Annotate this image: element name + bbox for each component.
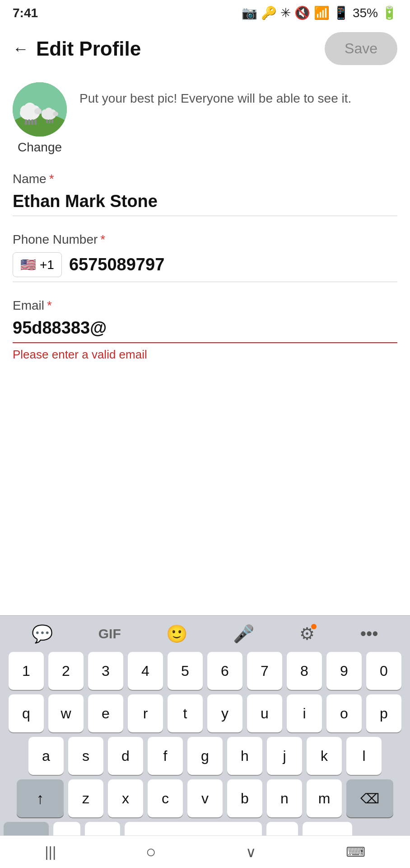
key-0[interactable]: 0 <box>366 652 401 690</box>
change-label[interactable]: Change <box>18 140 62 155</box>
email-error: Please enter a valid email <box>13 348 397 362</box>
phone-label: Phone Number * <box>13 232 397 247</box>
avatar-wrapper: Change <box>13 82 67 155</box>
back-button[interactable]: ← <box>13 39 29 58</box>
key-v[interactable]: v <box>187 779 223 817</box>
battery-text: 35% <box>353 6 378 20</box>
svg-rect-9 <box>31 119 33 125</box>
name-field-group: Name * Ethan Mark Stone <box>13 172 397 216</box>
key-h[interactable]: h <box>227 737 262 775</box>
key-1[interactable]: 1 <box>9 652 44 690</box>
nav-back[interactable]: ||| <box>45 844 56 860</box>
country-selector[interactable]: 🇺🇸 +1 <box>13 252 62 277</box>
key-3[interactable]: 3 <box>88 652 123 690</box>
key-l[interactable]: l <box>346 737 382 775</box>
key-4[interactable]: 4 <box>128 652 163 690</box>
key-y[interactable]: y <box>207 694 242 732</box>
key-p[interactable]: p <box>366 694 401 732</box>
key-u[interactable]: u <box>247 694 282 732</box>
mute-icon: 🔇 <box>294 5 310 20</box>
key-a[interactable]: a <box>28 737 64 775</box>
key-e[interactable]: e <box>88 694 123 732</box>
mic-icon[interactable]: 🎤 <box>233 624 254 644</box>
key-s[interactable]: s <box>68 737 103 775</box>
bluetooth-icon: ✳ <box>280 5 291 20</box>
status-icons: 📷 🔑 ✳ 🔇 📶 📱 35% 🔋 <box>242 5 397 20</box>
camera-icon: 📷 <box>242 5 257 20</box>
notification-dot <box>311 624 317 629</box>
svg-point-1 <box>13 114 67 137</box>
key-g[interactable]: g <box>187 737 223 775</box>
gif-button[interactable]: GIF <box>98 626 121 642</box>
svg-rect-7 <box>25 119 27 125</box>
svg-rect-16 <box>46 119 48 123</box>
key-x[interactable]: x <box>108 779 143 817</box>
name-value[interactable]: Ethan Mark Stone <box>13 192 397 216</box>
key-c[interactable]: c <box>148 779 183 817</box>
email-required: * <box>47 298 52 313</box>
emoji-icon[interactable]: 🙂 <box>166 624 187 644</box>
number-row: 1 2 3 4 5 6 7 8 9 0 <box>4 652 406 690</box>
key-2[interactable]: 2 <box>48 652 84 690</box>
country-code: +1 <box>40 258 54 272</box>
backspace-key[interactable]: ⌫ <box>346 779 393 817</box>
nav-bar: ||| ○ ∨ ⌨ <box>0 835 410 868</box>
key-i[interactable]: i <box>287 694 322 732</box>
wifi-icon: 📶 <box>314 5 330 20</box>
svg-rect-8 <box>28 119 30 125</box>
profile-hint: Put your best pic! Everyone will be able… <box>79 82 397 107</box>
svg-rect-17 <box>49 119 51 123</box>
name-label: Name * <box>13 172 397 186</box>
key-n[interactable]: n <box>267 779 302 817</box>
svg-rect-10 <box>34 119 37 125</box>
key-9[interactable]: 9 <box>326 652 362 690</box>
key-icon: 🔑 <box>261 5 277 20</box>
key-z[interactable]: z <box>68 779 103 817</box>
more-icon[interactable]: ••• <box>360 624 378 644</box>
key-6[interactable]: 6 <box>207 652 242 690</box>
shift-key[interactable]: ↑ <box>17 779 64 817</box>
nav-keyboard[interactable]: ⌨ <box>346 844 365 860</box>
header-left: ← Edit Profile <box>13 38 141 60</box>
phone-number[interactable]: 6575089797 <box>69 255 397 274</box>
svg-point-15 <box>53 112 58 116</box>
phone-field-group: Phone Number * 🇺🇸 +1 6575089797 <box>13 232 397 282</box>
email-field-group: Email * 95d88383@ Please enter a valid e… <box>13 298 397 362</box>
key-d[interactable]: d <box>108 737 143 775</box>
page-title: Edit Profile <box>36 38 141 60</box>
key-k[interactable]: k <box>307 737 342 775</box>
key-j[interactable]: j <box>267 737 302 775</box>
zxcv-row: ↑ z x c v b n m ⌫ <box>4 779 406 817</box>
key-o[interactable]: o <box>326 694 362 732</box>
status-time: 7:41 <box>13 6 38 20</box>
save-button[interactable]: Save <box>325 32 397 65</box>
phone-row: 🇺🇸 +1 6575089797 <box>13 252 397 282</box>
svg-point-6 <box>34 108 42 114</box>
status-bar: 7:41 📷 🔑 ✳ 🔇 📶 📱 35% 🔋 <box>0 0 410 24</box>
email-label: Email * <box>13 298 397 313</box>
key-7[interactable]: 7 <box>247 652 282 690</box>
nav-recent[interactable]: ∨ <box>246 844 256 861</box>
key-q[interactable]: q <box>9 694 44 732</box>
avatar <box>13 82 67 137</box>
key-5[interactable]: 5 <box>168 652 203 690</box>
key-8[interactable]: 8 <box>287 652 322 690</box>
signal-icon: 📱 <box>333 5 349 20</box>
name-required: * <box>49 172 54 186</box>
key-b[interactable]: b <box>227 779 262 817</box>
key-t[interactable]: t <box>168 694 203 732</box>
avatar-image <box>13 82 67 137</box>
key-w[interactable]: w <box>48 694 84 732</box>
email-value[interactable]: 95d88383@ <box>13 318 397 343</box>
key-f[interactable]: f <box>148 737 183 775</box>
header: ← Edit Profile Save <box>0 24 410 73</box>
svg-rect-18 <box>51 119 53 123</box>
settings-icon[interactable]: ⚙ <box>299 624 315 644</box>
sticker-icon[interactable]: 💬 <box>32 624 53 644</box>
key-r[interactable]: r <box>128 694 163 732</box>
flag-icon: 🇺🇸 <box>20 257 36 272</box>
nav-home[interactable]: ○ <box>146 842 156 862</box>
key-m[interactable]: m <box>307 779 342 817</box>
qwerty-row: q w e r t y u i o p <box>4 694 406 732</box>
phone-required: * <box>100 232 105 247</box>
